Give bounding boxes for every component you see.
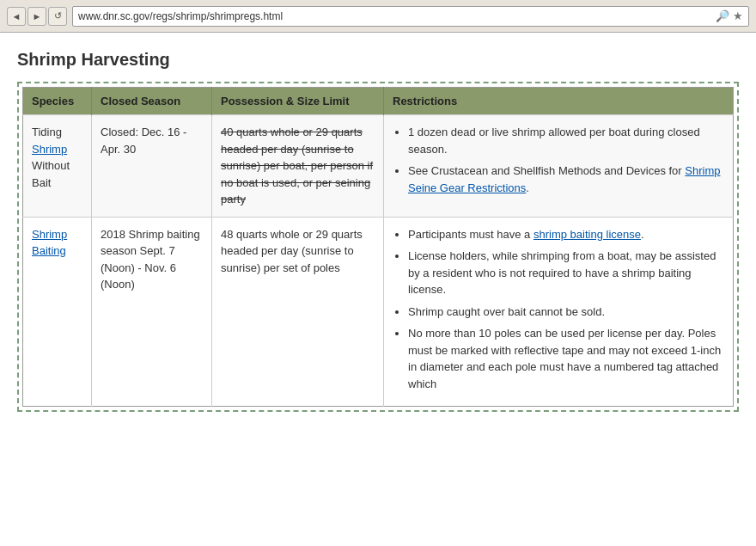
- restriction-text-2-3: Shrimp caught over bait cannot be sold.: [408, 305, 605, 318]
- restriction-text-2-2: License holders, while shrimping from a …: [408, 249, 716, 296]
- back-button[interactable]: ◄: [7, 7, 26, 26]
- header-restrictions: Restrictions: [384, 88, 734, 115]
- possession-strikethrough-1: 40 quarts whole or 29 quarts headed per …: [221, 126, 373, 206]
- closed-season-text-1: Closed: Dec. 16 - Apr. 30: [101, 126, 186, 156]
- possession-cell-2: 48 quarts whole or 29 quarts headed per …: [212, 217, 384, 407]
- restrictions-cell-2: Participants must have a shrimp baiting …: [384, 217, 734, 407]
- address-bar-icons: 🔎 ★: [716, 9, 743, 22]
- restriction-prefix-2-1: Participants must have a: [408, 228, 533, 241]
- table-row: Shrimp Baiting 2018 Shrimp baiting seaso…: [23, 217, 734, 407]
- table-wrapper: Species Closed Season Possession & Size …: [17, 82, 739, 412]
- possession-text-2: 48 quarts whole or 29 quarts headed per …: [221, 228, 363, 274]
- restriction-suffix-1-2: .: [526, 181, 529, 194]
- species-cell-1: Tiding Shrimp Without Bait: [23, 115, 92, 218]
- restrictions-list-1: 1 dozen dead or live shrimp allowed per …: [393, 124, 724, 196]
- table-row: Tiding Shrimp Without Bait Closed: Dec. …: [23, 115, 734, 218]
- nav-buttons: ◄ ► ↺: [7, 7, 67, 26]
- restriction-text-1-1: 1 dozen dead or live shrimp allowed per …: [408, 126, 700, 156]
- restriction-suffix-2-1: .: [641, 228, 644, 241]
- species-prefix-text-1: Tiding: [32, 126, 62, 138]
- species-cell-2: Shrimp Baiting: [23, 217, 92, 407]
- regulations-table: Species Closed Season Possession & Size …: [22, 87, 734, 407]
- table-header-row: Species Closed Season Possession & Size …: [23, 88, 734, 115]
- restriction-item-1-2: See Crustacean and Shellfish Methods and…: [408, 163, 724, 196]
- restriction-item-2-1: Participants must have a shrimp baiting …: [408, 226, 724, 243]
- search-icon[interactable]: 🔎: [716, 9, 729, 22]
- star-icon[interactable]: ★: [733, 9, 743, 22]
- restriction-item-2-2: License holders, while shrimping from a …: [408, 248, 724, 298]
- possession-cell-1: 40 quarts whole or 29 quarts headed per …: [212, 115, 384, 218]
- shrimp-link-1[interactable]: Shrimp: [32, 143, 67, 156]
- restrictions-list-2: Participants must have a shrimp baiting …: [393, 226, 724, 393]
- browser-chrome: ◄ ► ↺ 🔎 ★: [0, 0, 756, 33]
- closed-season-text-2: 2018 Shrimp baiting season Sept. 7 (Noon…: [101, 228, 200, 291]
- page-content: Shrimp Harvesting Species Closed Season …: [0, 33, 756, 546]
- header-possession: Possession & Size Limit: [212, 88, 384, 115]
- address-bar[interactable]: [78, 10, 712, 22]
- page-title: Shrimp Harvesting: [17, 50, 739, 70]
- species-suffix-text-1: Without Bait: [32, 159, 70, 189]
- restriction-item-1-1: 1 dozen dead or live shrimp allowed per …: [408, 124, 724, 157]
- restriction-item-2-3: Shrimp caught over bait cannot be sold.: [408, 304, 724, 321]
- closed-season-cell-1: Closed: Dec. 16 - Apr. 30: [92, 115, 212, 218]
- address-bar-container: 🔎 ★: [72, 6, 749, 27]
- closed-season-cell-2: 2018 Shrimp baiting season Sept. 7 (Noon…: [92, 217, 212, 407]
- restriction-prefix-1-2: See Crustacean and Shellfish Methods and…: [408, 164, 685, 177]
- restriction-text-2-4: No more than 10 poles can be used per li…: [408, 327, 721, 390]
- header-closed-season: Closed Season: [92, 88, 212, 115]
- refresh-button[interactable]: ↺: [48, 7, 67, 26]
- shrimp-baiting-link[interactable]: Shrimp Baiting: [32, 228, 67, 258]
- forward-button[interactable]: ►: [27, 7, 46, 26]
- shrimp-baiting-license-link[interactable]: shrimp baiting license: [533, 228, 641, 241]
- restrictions-cell-1: 1 dozen dead or live shrimp allowed per …: [384, 115, 734, 218]
- restriction-item-2-4: No more than 10 poles can be used per li…: [408, 325, 724, 392]
- header-species: Species: [23, 88, 92, 115]
